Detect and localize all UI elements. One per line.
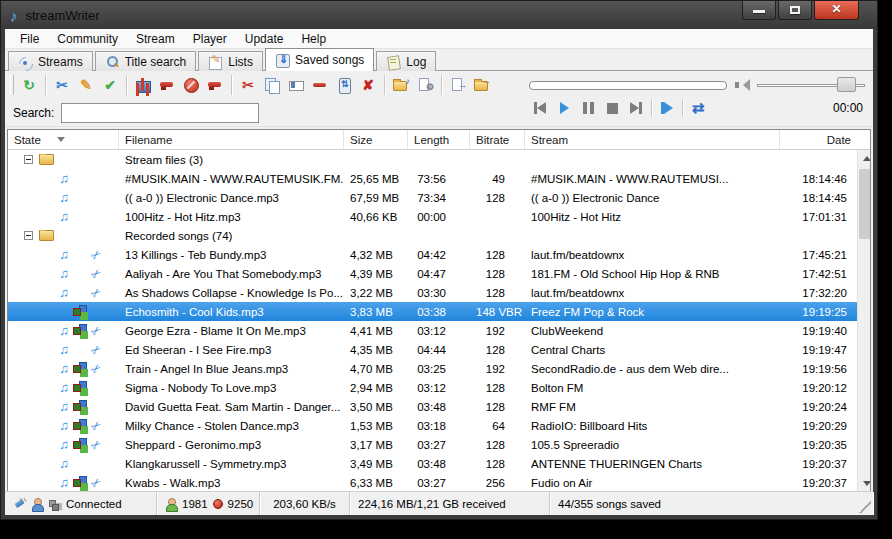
group-row[interactable]: Recorded songs (74)	[8, 226, 857, 245]
pause-button[interactable]	[579, 100, 597, 116]
stop-button[interactable]	[603, 100, 621, 116]
cell-size: 4,39 MB	[344, 268, 408, 280]
cell-length: 04:44	[408, 344, 470, 356]
maximize-button[interactable]	[778, 1, 812, 20]
music-note-icon: ♫	[59, 267, 69, 280]
table-row[interactable]: ♫✂George Ezra - Blame It On Me.mp34,41 M…	[8, 321, 857, 340]
column-header-length[interactable]: Length	[408, 130, 470, 149]
export-icon[interactable]: →	[470, 73, 494, 97]
songs-saved-segment: 44/355 songs saved	[550, 492, 873, 515]
cell-length: 73:56	[408, 173, 470, 185]
music-note-icon: ♫	[59, 438, 69, 451]
column-header-size[interactable]: Size	[344, 130, 408, 149]
column-header-filename[interactable]: Filename	[119, 130, 344, 149]
apply-check-icon[interactable]: ✔	[98, 73, 122, 97]
menu-item-help[interactable]: Help	[292, 30, 335, 48]
music-note-icon: ♫	[59, 286, 69, 299]
ribbon-remove-icon[interactable]	[155, 73, 179, 97]
scroll-up-icon[interactable]	[858, 150, 870, 167]
scroll-down-icon[interactable]	[858, 475, 870, 492]
collapse-icon[interactable]	[24, 155, 33, 164]
table-row[interactable]: ♫100Hitz - Hot Hitz.mp340,66 KB00:00100H…	[8, 207, 857, 226]
menu-item-community[interactable]: Community	[48, 30, 127, 48]
table-row[interactable]: ♫✂As Shadows Collapse - Knowledge Is Po.…	[8, 283, 857, 302]
refresh-icon[interactable]: ↻	[17, 73, 41, 97]
cut-icon: ✂	[88, 285, 103, 301]
menu-item-player[interactable]: Player	[184, 30, 236, 48]
cell-size: 6,33 MB	[344, 477, 408, 489]
table-row[interactable]: ♫David Guetta Feat. Sam Martin - Danger.…	[8, 397, 857, 416]
table-row[interactable]: ♫✂Ed Sheeran - I See Fire.mp34,35 MB04:4…	[8, 340, 857, 359]
remove-icon[interactable]	[308, 73, 332, 97]
title-bar[interactable]: ♪ streamWriter ✕	[1, 1, 877, 29]
cell-date: 19:19:25	[780, 306, 857, 318]
tab-saved-songs[interactable]: Saved songs	[265, 48, 374, 71]
tab-title-search[interactable]: Title search	[95, 51, 197, 71]
received-segment: 224,16 MB/1,21 GB received	[350, 492, 550, 515]
column-header-state[interactable]: State	[8, 130, 119, 149]
table-row[interactable]: ♫Klangkarussell - Symmetry.mp33,49 MB03:…	[8, 454, 857, 473]
collapse-icon[interactable]	[24, 231, 33, 240]
open-folder-music-icon[interactable]: ♪	[389, 73, 413, 97]
tab-streams[interactable]: Streams	[8, 51, 93, 71]
volume-slider[interactable]	[757, 76, 865, 94]
play-next-button[interactable]	[658, 100, 676, 116]
device-sync-icon[interactable]	[332, 73, 356, 97]
cell-filename: (( a-0 )) Electronic Dance.mp3	[119, 192, 344, 204]
cell-size: 3,22 MB	[344, 287, 408, 299]
download-icon	[275, 53, 290, 67]
search-input[interactable]	[61, 103, 259, 123]
cut-title-icon[interactable]: ✂	[50, 73, 74, 97]
seek-slider[interactable]	[529, 81, 727, 90]
table-row[interactable]: ♫Echosmith - Cool Kids.mp33,83 MB03:3814…	[8, 302, 857, 321]
network-blocks-icon	[48, 498, 61, 510]
table-row[interactable]: ♫✂Sheppard - Geronimo.mp33,17 MB03:27128…	[8, 435, 857, 454]
tab-lists[interactable]: Lists	[198, 51, 263, 71]
close-button[interactable]: ✕	[814, 1, 859, 20]
table-row[interactable]: ♫✂Kwabs - Walk.mp36,33 MB03:27256Fudio o…	[8, 473, 857, 492]
group-row[interactable]: Stream files (3)	[8, 150, 857, 169]
previous-button[interactable]	[531, 100, 549, 116]
blocks-icon	[73, 438, 87, 451]
app-window: ♪ streamWriter ✕ FileCommunityStreamPlay…	[0, 0, 878, 520]
menu-item-stream[interactable]: Stream	[127, 30, 184, 48]
import-icon[interactable]: →	[446, 73, 470, 97]
next-button[interactable]	[627, 100, 645, 116]
rename-icon[interactable]	[284, 73, 308, 97]
cell-stream: 105.5 Spreeradio	[525, 439, 780, 451]
shuffle-icon[interactable]: ⇄	[689, 100, 707, 116]
toolbar-gripper[interactable]	[10, 75, 14, 95]
blocked-icon[interactable]	[179, 73, 203, 97]
table-row[interactable]: ♫✂Milky Chance - Stolen Dance.mp31,53 MB…	[8, 416, 857, 435]
menu-item-update[interactable]: Update	[236, 30, 293, 48]
table-row[interactable]: ♫#MUSIK.MAIN - WWW.RAUTEMUSIK.FM...25,65…	[8, 169, 857, 188]
gift-icon[interactable]	[131, 73, 155, 97]
clients-count: 1981	[182, 498, 208, 510]
table-row[interactable]: ♫✂Aaliyah - Are You That Somebody.mp34,3…	[8, 264, 857, 283]
column-header-bitrate[interactable]: Bitrate	[470, 130, 525, 149]
file-settings-icon[interactable]: ⚙	[413, 73, 437, 97]
vertical-scrollbar[interactable]	[857, 150, 870, 492]
table-row[interactable]: ♫✂Train - Angel In Blue Jeans.mp34,70 MB…	[8, 359, 857, 378]
menu-item-file[interactable]: File	[11, 30, 48, 48]
edit-tag-icon[interactable]: ✎	[74, 73, 98, 97]
resize-grip[interactable]	[859, 501, 871, 513]
cut-song-icon[interactable]: ✂	[236, 73, 260, 97]
column-header-date[interactable]: Date	[780, 130, 857, 149]
scrollbar-thumb[interactable]	[859, 169, 870, 239]
tab-log[interactable]: Log	[376, 51, 436, 71]
column-header-stream[interactable]: Stream	[525, 130, 780, 149]
cell-length: 03:12	[408, 325, 470, 337]
table-row[interactable]: ♫✂13 Killings - Teb Bundy.mp34,32 MB04:4…	[8, 245, 857, 264]
copy-icon[interactable]	[260, 73, 284, 97]
tab-label: Saved songs	[295, 53, 364, 67]
cut-icon: ✂	[88, 323, 103, 339]
table-row[interactable]: ♫(( a-0 )) Electronic Dance.mp367,59 MB7…	[8, 188, 857, 207]
minimize-button[interactable]	[742, 1, 776, 20]
volume-thumb[interactable]	[837, 77, 856, 92]
delete-icon[interactable]: ✘	[356, 73, 380, 97]
cell-size: 3,49 MB	[344, 458, 408, 470]
ribbon-icon[interactable]	[203, 73, 227, 97]
table-row[interactable]: ♫Sigma - Nobody To Love.mp32,94 MB03:121…	[8, 378, 857, 397]
play-button[interactable]	[555, 100, 573, 116]
